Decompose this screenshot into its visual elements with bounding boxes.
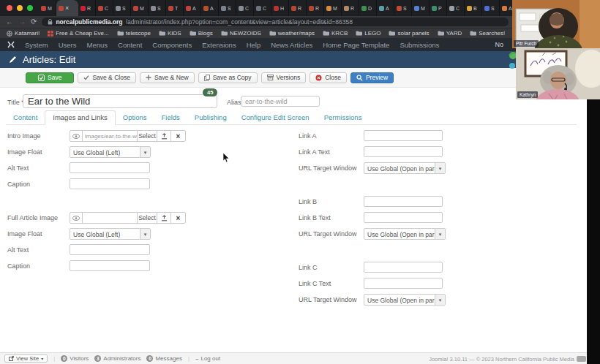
- browser-tab[interactable]: S: [149, 0, 166, 16]
- tab-permissions[interactable]: Permissions: [317, 111, 370, 124]
- preview-button[interactable]: Preview: [350, 72, 394, 83]
- save-as-copy-button[interactable]: Save as Copy: [198, 72, 258, 83]
- caption-input[interactable]: [70, 178, 150, 189]
- link-b-input[interactable]: [364, 196, 443, 207]
- browser-tab[interactable]: M: [39, 0, 56, 16]
- bookmark-item[interactable]: KIDS: [159, 30, 181, 37]
- bookmark-item[interactable]: KRCB: [323, 30, 348, 37]
- save-new-button[interactable]: Save & New: [140, 72, 195, 83]
- save-button[interactable]: Save: [26, 72, 74, 83]
- browser-tab[interactable]: P: [430, 0, 447, 16]
- browser-tab[interactable]: M: [324, 0, 342, 16]
- browser-tab[interactable]: B: [465, 0, 482, 16]
- status-administrators-badge[interactable]: 3Administrators: [94, 355, 140, 362]
- chevron-down-icon[interactable]: ▾: [140, 229, 150, 239]
- media-path-input[interactable]: [82, 212, 138, 224]
- chevron-down-icon[interactable]: ▾: [435, 163, 445, 173]
- status-messages-badge[interactable]: 0Messages: [146, 355, 181, 362]
- tab-close-icon[interactable]: ×: [65, 5, 69, 12]
- admin-menu-home-page-template[interactable]: Home Page Template: [323, 41, 389, 49]
- admin-menu-news-articles[interactable]: News Articles: [271, 41, 312, 49]
- admin-menu-extensions[interactable]: Extensions: [202, 41, 236, 49]
- browser-tab[interactable]: T: [166, 0, 184, 16]
- video-feed-1[interactable]: Pitr Furch: [512, 0, 600, 48]
- bookmark-item[interactable]: Blogs: [190, 30, 213, 37]
- browser-tab[interactable]: D: [359, 0, 377, 16]
- browser-tab[interactable]: S: [394, 0, 412, 16]
- alias-input[interactable]: [241, 96, 320, 107]
- browser-tab[interactable]: M: [131, 0, 149, 16]
- alt-text-input[interactable]: [70, 162, 150, 173]
- browser-tab[interactable]: A: [377, 0, 394, 16]
- browser-tab[interactable]: M: [412, 0, 430, 16]
- link-a-input[interactable]: [364, 130, 443, 141]
- link-c-input[interactable]: [364, 262, 443, 273]
- tab-content[interactable]: Content: [6, 111, 45, 124]
- media-path-input[interactable]: images/ear-to-the-wild-: [82, 130, 138, 142]
- zoom-window-icon[interactable]: [27, 5, 33, 11]
- link-c-text-input[interactable]: [364, 278, 443, 289]
- chevron-down-icon[interactable]: ▾: [140, 147, 150, 157]
- browser-tab[interactable]: A: [201, 0, 219, 16]
- link-a-text-input[interactable]: [364, 146, 443, 157]
- minimize-window-icon[interactable]: [17, 5, 23, 11]
- alt-text-input[interactable]: [70, 244, 150, 255]
- bookmark-item[interactable]: YARD: [438, 30, 462, 37]
- chevron-down-icon[interactable]: ▾: [435, 229, 445, 239]
- admin-menu-help[interactable]: Help: [247, 41, 261, 49]
- tab-publishing[interactable]: Publishing: [187, 111, 234, 124]
- caption-input[interactable]: [70, 260, 150, 271]
- status-visitors-badge[interactable]: 0Visitors: [61, 355, 89, 362]
- browser-tab[interactable]: C: [447, 0, 465, 16]
- clear-icon[interactable]: ×: [170, 130, 186, 142]
- browser-tab[interactable]: S: [113, 0, 131, 16]
- upload-icon[interactable]: [157, 212, 171, 224]
- admin-menu-submissions[interactable]: Submissions: [400, 41, 439, 49]
- tab-options[interactable]: Options: [116, 111, 154, 124]
- browser-tab[interactable]: A: [184, 0, 201, 16]
- video-call-overlay[interactable]: Pitr Furch Kathryn: [512, 0, 600, 99]
- address-bar[interactable]: norcalpublicmedia.org/administrator/inde…: [42, 18, 509, 26]
- bookmark-item[interactable]: LEGO: [356, 30, 380, 37]
- browser-tab[interactable]: C: [96, 0, 113, 16]
- logout-button[interactable]: – Log out: [195, 355, 220, 362]
- image-float-select[interactable]: Use Global (Left)▾: [70, 146, 151, 158]
- bookmark-item[interactable]: telescope: [117, 30, 151, 37]
- tab-configure-edit-screen[interactable]: Configure Edit Screen: [234, 111, 317, 124]
- admin-menu-components[interactable]: Components: [152, 41, 192, 49]
- preview-eye-icon[interactable]: [70, 130, 83, 142]
- browser-tab[interactable]: R: [342, 0, 359, 16]
- url-target-window-select[interactable]: Use Global (Open in parent w...▾: [364, 294, 446, 306]
- select-image-button[interactable]: Select: [137, 130, 157, 142]
- bookmark-item[interactable]: weather/maps: [269, 30, 315, 37]
- browser-tab[interactable]: C: [236, 0, 254, 16]
- preview-eye-icon[interactable]: [70, 212, 83, 224]
- title-input[interactable]: [23, 94, 217, 108]
- browser-tab[interactable]: C: [254, 0, 271, 16]
- chevron-down-icon[interactable]: ▾: [435, 295, 445, 305]
- back-icon[interactable]: ←: [6, 18, 13, 26]
- view-site-button[interactable]: View Site ▾: [4, 354, 48, 363]
- url-target-window-select[interactable]: Use Global (Open in parent w...▾: [364, 228, 446, 240]
- browser-tab[interactable]: ×: [56, 0, 78, 16]
- upload-icon[interactable]: [157, 130, 171, 142]
- save-close-button[interactable]: Save & Close: [78, 72, 136, 83]
- url-target-window-select[interactable]: Use Global (Open in parent w...▾: [364, 162, 446, 174]
- bookmark-item[interactable]: NEWZOIDS: [221, 30, 261, 37]
- image-float-select[interactable]: Use Global (Left)▾: [70, 228, 151, 240]
- video-feed-2[interactable]: Kathryn: [516, 48, 600, 99]
- bookmark-item[interactable]: Katamari!: [7, 30, 40, 37]
- browser-tab[interactable]: R: [78, 0, 96, 16]
- forward-icon[interactable]: →: [18, 18, 26, 26]
- select-image-button[interactable]: Select: [137, 212, 157, 224]
- browser-tab[interactable]: R: [289, 0, 307, 16]
- browser-tab[interactable]: S: [219, 0, 236, 16]
- bookmark-item[interactable]: Free & Cheap Eve...: [48, 30, 108, 37]
- reload-icon[interactable]: ⟳: [31, 18, 37, 26]
- close-window-icon[interactable]: [7, 5, 12, 11]
- admin-menu-users[interactable]: Users: [59, 41, 77, 49]
- window-controls[interactable]: [0, 0, 39, 16]
- browser-tab[interactable]: S: [482, 0, 500, 16]
- admin-menu-menus[interactable]: Menus: [87, 41, 108, 49]
- versions-button[interactable]: Versions: [261, 72, 307, 83]
